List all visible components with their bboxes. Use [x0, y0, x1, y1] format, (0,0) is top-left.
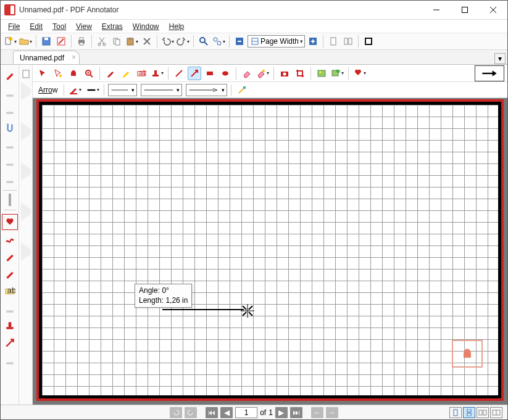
menu-tool[interactable]: Tool	[49, 21, 70, 32]
history-back-button[interactable]: ←	[311, 407, 323, 418]
rectangle-tool[interactable]	[203, 67, 217, 80]
next-page-arrow[interactable]	[475, 65, 504, 81]
drawn-arrow-shape[interactable]	[162, 309, 243, 310]
highlighter-tool[interactable]	[119, 67, 133, 80]
view-continuous[interactable]	[463, 407, 475, 418]
print-button[interactable]	[75, 35, 88, 48]
fav-highlight-4[interactable]	[2, 154, 18, 170]
cut-button[interactable]	[95, 35, 109, 48]
rotate-left-button[interactable]	[170, 407, 182, 418]
rotate-right-button[interactable]	[185, 407, 197, 418]
zoom-tool[interactable]	[82, 67, 96, 80]
panel-drag-tab-2[interactable]	[21, 122, 31, 141]
next-page-button[interactable]: ▶	[275, 407, 288, 418]
image-tool[interactable]	[315, 67, 328, 80]
save-button[interactable]	[40, 35, 53, 48]
fav-stamp[interactable]	[2, 318, 18, 334]
line-width-preset[interactable]: ▾	[86, 83, 100, 97]
zoom-out-button[interactable]	[233, 35, 246, 48]
lasso-tool[interactable]	[51, 67, 65, 80]
fav-highlight-gray[interactable]	[2, 300, 18, 316]
menu-view[interactable]: View	[72, 21, 96, 32]
fav-pen-red-2[interactable]	[2, 249, 18, 265]
line-tool[interactable]	[172, 67, 186, 80]
document-tab[interactable]: Unnamed.pdf	[13, 51, 80, 64]
crop-tool[interactable]	[293, 67, 307, 80]
menu-edit[interactable]: Edit	[26, 21, 46, 32]
view-single[interactable]	[449, 407, 462, 418]
open-button[interactable]: ▾	[19, 35, 33, 48]
arrow-tool[interactable]	[188, 67, 201, 80]
panel-drag-tab-3[interactable]	[21, 162, 31, 181]
two-page-button[interactable]	[341, 35, 355, 48]
svg-line-79	[6, 340, 12, 347]
fav-highlight-3[interactable]	[2, 136, 18, 152]
favorite-tool[interactable]: ▾	[352, 67, 367, 80]
page-number-input[interactable]: 1	[235, 407, 257, 418]
copy-button[interactable]	[110, 35, 123, 48]
line-width-selector[interactable]: ▾	[108, 84, 137, 96]
single-page-button[interactable]	[327, 35, 340, 48]
last-page-button[interactable]: ⏭	[290, 407, 302, 418]
redo-button[interactable]: ▾	[176, 35, 190, 48]
add-image-tool[interactable]: +▾	[330, 67, 344, 80]
page-thumb-icon[interactable]	[19, 67, 33, 81]
minimize-button[interactable]	[422, 1, 451, 19]
fav-highlight-1[interactable]	[2, 84, 18, 101]
canvas[interactable]: Angle: 0° Length: 1,26 in	[33, 98, 507, 405]
fav-textbox[interactable]: ab	[2, 283, 18, 299]
history-forward-button[interactable]: →	[326, 407, 338, 418]
menu-extras[interactable]: Extras	[98, 21, 127, 32]
first-page-button[interactable]: ⏮	[206, 407, 218, 418]
floating-hand-button[interactable]	[452, 340, 483, 368]
select-tool[interactable]	[36, 67, 49, 80]
document-page[interactable]: Angle: 0° Length: 1,26 in	[39, 102, 501, 398]
prev-page-button[interactable]: ◀	[220, 407, 233, 418]
fav-pen-red-3[interactable]	[2, 266, 18, 282]
view-book[interactable]	[490, 407, 502, 418]
search-again-button[interactable]: ▾	[212, 35, 226, 48]
svg-rect-70	[6, 112, 13, 113]
zoom-selector[interactable]: Page Width ▾	[248, 35, 305, 47]
panel-drag-tab-4[interactable]	[21, 202, 31, 221]
maximize-button[interactable]	[451, 1, 479, 19]
find-button[interactable]	[197, 35, 210, 48]
snapshot-tool[interactable]	[278, 67, 291, 80]
fav-highlight-gray-2[interactable]	[2, 352, 18, 368]
pen-tool[interactable]	[104, 67, 117, 80]
pan-tool[interactable]	[67, 67, 80, 80]
zoom-in-button[interactable]	[306, 35, 320, 48]
stamp-tool[interactable]: ▾	[150, 67, 164, 80]
line-style-selector[interactable]: ▾	[141, 84, 182, 96]
panel-drag-tab-1[interactable]	[21, 82, 31, 101]
undo-button[interactable]: ▾	[160, 35, 175, 48]
ellipse-tool[interactable]	[219, 67, 232, 80]
fav-arrow-red[interactable]	[2, 335, 18, 351]
save-as-button[interactable]	[54, 35, 68, 48]
menu-file[interactable]: File	[4, 21, 23, 32]
fav-highlight-5[interactable]	[2, 171, 18, 187]
fav-highlight-2[interactable]	[2, 102, 18, 118]
paste-button[interactable]: ▾	[125, 35, 139, 48]
tab-close-icon[interactable]: ×	[72, 53, 76, 62]
new-button[interactable]: ▾	[3, 35, 17, 48]
text-tool[interactable]: ab	[135, 67, 148, 80]
fav-pen-red[interactable]	[2, 67, 18, 83]
snap-toggle[interactable]	[235, 83, 249, 97]
color-picker[interactable]: ▾	[68, 83, 82, 97]
panel-drag-tab-5[interactable]	[21, 242, 31, 261]
menu-window[interactable]: Window	[129, 21, 163, 32]
fullscreen-button[interactable]	[362, 35, 375, 48]
close-button[interactable]	[479, 1, 507, 19]
erase-all-tool[interactable]: ▾	[256, 67, 270, 80]
fav-clip[interactable]	[2, 119, 18, 135]
svg-rect-23	[238, 41, 241, 42]
eraser-tool[interactable]	[240, 67, 254, 80]
delete-button[interactable]	[140, 35, 154, 48]
fav-squiggle[interactable]	[2, 231, 18, 247]
tabs-dropdown[interactable]: ▾	[494, 53, 506, 64]
arrow-style-selector[interactable]: ▾	[186, 84, 227, 96]
fav-heart[interactable]	[2, 214, 18, 230]
menu-help[interactable]: Help	[165, 21, 188, 32]
view-two-up[interactable]	[477, 407, 489, 418]
